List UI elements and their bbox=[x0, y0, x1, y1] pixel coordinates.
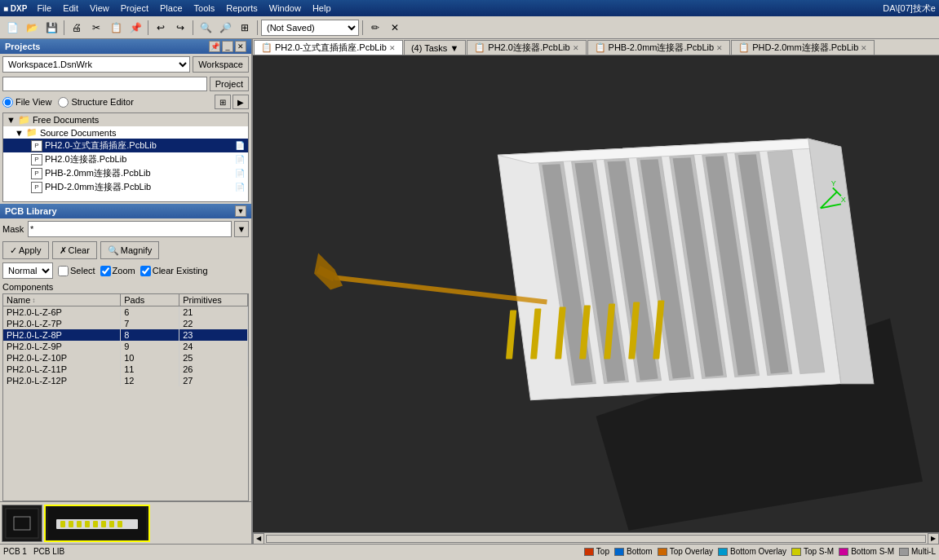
3d-pcb-svg: X Y bbox=[253, 55, 939, 532]
cell-name: PH2.0-L-Z-8P bbox=[3, 329, 121, 341]
table-row[interactable]: PH2.0-L-Z-7P 7 22 bbox=[3, 318, 248, 329]
mask-label: Mask bbox=[2, 224, 25, 234]
apply-button[interactable]: ✓ Apply bbox=[2, 241, 49, 259]
col-primitives[interactable]: Primitives bbox=[179, 294, 248, 306]
mask-dropdown-btn[interactable]: ▼ bbox=[234, 221, 249, 237]
cell-primitives: 22 bbox=[179, 318, 248, 329]
h-scroll-track[interactable] bbox=[266, 535, 926, 543]
tab-close-0[interactable]: ✕ bbox=[389, 44, 396, 52]
magnify-button[interactable]: 🔍 Magnify bbox=[100, 241, 160, 259]
menu-reports[interactable]: Reports bbox=[221, 2, 263, 14]
zoom-in-btn[interactable]: 🔍 bbox=[197, 19, 215, 37]
tab-close-3[interactable]: ✕ bbox=[861, 44, 867, 52]
workspace-select[interactable]: Workspace1.DsnWrk bbox=[2, 56, 190, 73]
clear-existing-check-label[interactable]: Clear Existing bbox=[140, 266, 208, 276]
project-search-input[interactable] bbox=[2, 77, 207, 91]
col-pads[interactable]: Pads bbox=[121, 294, 179, 306]
preview-thumb-1[interactable] bbox=[2, 505, 42, 542]
file-icon-2: P bbox=[31, 168, 42, 179]
3d-viewport[interactable]: X Y bbox=[253, 55, 939, 532]
h-scrollbar[interactable]: ◀ ▶ bbox=[253, 532, 939, 544]
copy-btn[interactable]: 📋 bbox=[107, 19, 125, 37]
tab-3[interactable]: 📋 PHD-2.0mm连接器.PcbLib ✕ bbox=[731, 40, 875, 55]
tab-0[interactable]: 📋 PH2.0-立式直插插座.PcbLib ✕ bbox=[254, 40, 403, 55]
scroll-right-btn[interactable]: ▶ bbox=[928, 533, 939, 545]
table-row[interactable]: PH2.0-L-Z-12P 12 27 bbox=[3, 375, 248, 386]
tab-close-2[interactable]: ✕ bbox=[716, 44, 723, 52]
open-btn[interactable]: 📂 bbox=[23, 19, 41, 37]
preview-thumb-active[interactable] bbox=[44, 505, 150, 542]
undo-btn[interactable]: ↩ bbox=[152, 19, 170, 37]
zoom-checkbox[interactable] bbox=[100, 266, 111, 276]
view-icon-2[interactable]: ▶ bbox=[233, 95, 249, 109]
new-btn[interactable]: 📄 bbox=[3, 19, 21, 37]
project-btn[interactable]: Project bbox=[210, 77, 249, 91]
status-top-sm: Top S-M bbox=[791, 547, 834, 556]
fit-btn[interactable]: ⊞ bbox=[236, 19, 254, 37]
saved-combo[interactable]: (Not Saved) bbox=[261, 20, 359, 36]
cell-primitives: 25 bbox=[179, 352, 248, 364]
label-top-overlay: Top Overlay bbox=[670, 547, 713, 556]
svg-rect-9 bbox=[101, 521, 106, 527]
tab-2[interactable]: 📋 PHB-2.0mm连接器.PcbLib ✕ bbox=[587, 40, 731, 55]
tab-close-1[interactable]: ✕ bbox=[573, 44, 579, 52]
col-name[interactable]: Name ↕ bbox=[3, 294, 121, 306]
file-icon-1: P bbox=[31, 154, 42, 165]
svg-rect-10 bbox=[109, 521, 114, 527]
pin-btn[interactable]: 📌 bbox=[209, 41, 220, 52]
minimize-btn[interactable]: _ bbox=[222, 41, 233, 52]
close-panel-btn[interactable]: ✕ bbox=[235, 41, 246, 52]
zoom-out-btn[interactable]: 🔎 bbox=[216, 19, 234, 37]
menu-place[interactable]: Place bbox=[155, 2, 188, 14]
save-btn[interactable]: 💾 bbox=[42, 19, 60, 37]
clear-existing-checkbox[interactable] bbox=[140, 266, 151, 276]
filter-buttons: ✓ Apply ✗ Clear 🔍 Magnify bbox=[0, 240, 251, 261]
paste-btn[interactable]: 📌 bbox=[126, 19, 144, 37]
edit-btn[interactable]: ✏ bbox=[366, 19, 384, 37]
zoom-check-label[interactable]: Zoom bbox=[100, 266, 135, 276]
normal-select[interactable]: Normal bbox=[2, 262, 53, 279]
menu-project[interactable]: Project bbox=[116, 2, 153, 14]
cut-btn[interactable]: ✂ bbox=[87, 19, 105, 37]
select-check-label[interactable]: Select bbox=[58, 266, 95, 276]
menu-edit[interactable]: Edit bbox=[58, 2, 83, 14]
workspace-button[interactable]: Workspace bbox=[193, 56, 249, 73]
components-table[interactable]: Name ↕ Pads Primitives PH2.0-L-Z-6P 6 21 bbox=[2, 293, 249, 501]
tree-file-2[interactable]: P PHB-2.0mm连接器.PcbLib 📄 bbox=[3, 166, 248, 180]
tab-1[interactable]: 📋 PH2.0连接器.PcbLib ✕ bbox=[467, 40, 586, 55]
clear-icon: ✗ bbox=[60, 245, 67, 256]
table-row[interactable]: PH2.0-L-Z-9P 9 24 bbox=[3, 341, 248, 352]
table-row[interactable]: PH2.0-L-Z-6P 6 21 bbox=[3, 306, 248, 319]
mask-input[interactable] bbox=[28, 221, 232, 237]
menu-help[interactable]: Help bbox=[308, 2, 336, 14]
tree-source-docs[interactable]: ▼ 📁 Source Documents bbox=[3, 126, 248, 139]
file-view-radio[interactable]: File View bbox=[2, 97, 51, 108]
menu-file[interactable]: File bbox=[32, 2, 56, 14]
titlebar-left: ■ DXP File Edit View Project Place Tools… bbox=[3, 2, 336, 14]
projects-section: Projects 📌 _ ✕ Workspace1.DsnWrk Workspa… bbox=[0, 39, 251, 204]
menu-view[interactable]: View bbox=[85, 2, 114, 14]
sep5 bbox=[362, 20, 363, 35]
menu-window[interactable]: Window bbox=[264, 2, 306, 14]
close-toolbar-btn[interactable]: ✕ bbox=[386, 19, 404, 37]
clear-button[interactable]: ✗ Clear bbox=[52, 241, 97, 259]
pcblib-dropdown-btn[interactable]: ▼ bbox=[235, 205, 246, 217]
sep4 bbox=[257, 20, 258, 35]
tab-tasks[interactable]: (4) Tasks ▼ bbox=[404, 40, 466, 55]
menu-tools[interactable]: Tools bbox=[189, 2, 220, 14]
view-icon-1[interactable]: ⊞ bbox=[215, 95, 231, 109]
table-row[interactable]: PH2.0-L-Z-8P 8 23 bbox=[3, 329, 248, 341]
structure-editor-radio[interactable]: Structure Editor bbox=[58, 97, 133, 108]
table-row[interactable]: PH2.0-L-Z-10P 10 25 bbox=[3, 352, 248, 364]
tree-free-docs[interactable]: ▼ 📁 Free Documents bbox=[3, 113, 248, 126]
tab-icon-1: 📋 bbox=[474, 42, 485, 53]
table-body: PH2.0-L-Z-6P 6 21 PH2.0-L-Z-7P 7 22 PH2.… bbox=[3, 306, 248, 387]
print-btn[interactable]: 🖨 bbox=[68, 19, 86, 37]
scroll-left-btn[interactable]: ◀ bbox=[253, 533, 264, 545]
tree-file-0[interactable]: P PH2.0-立式直插插座.PcbLib 📄 bbox=[3, 139, 248, 152]
select-checkbox[interactable] bbox=[58, 266, 69, 276]
table-row[interactable]: PH2.0-L-Z-11P 11 26 bbox=[3, 364, 248, 375]
tree-file-1[interactable]: P PH2.0连接器.PcbLib 📄 bbox=[3, 152, 248, 166]
tree-file-3[interactable]: P PHD-2.0mm连接器.PcbLib 📄 bbox=[3, 180, 248, 194]
redo-btn[interactable]: ↪ bbox=[171, 19, 189, 37]
